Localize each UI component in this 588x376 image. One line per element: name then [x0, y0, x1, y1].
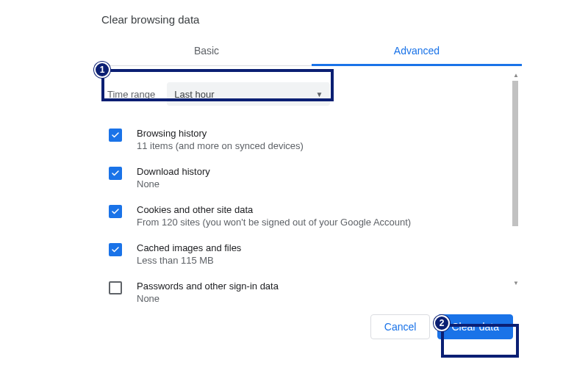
item-desc: 11 items (and more on synced devices)	[137, 140, 304, 151]
time-range-label: Time range	[107, 89, 155, 100]
scrollbar-up-icon[interactable]: ▲	[513, 72, 519, 79]
vertical-scrollbar[interactable]: ▲ ▼	[510, 70, 520, 288]
item-title: Browsing history	[137, 128, 304, 139]
list-item: Cached images and files Less than 115 MB	[106, 238, 510, 276]
checkbox-download-history[interactable]	[109, 167, 122, 180]
checkbox-passwords[interactable]	[109, 281, 122, 294]
cancel-button[interactable]: Cancel	[370, 314, 431, 339]
item-desc: None	[137, 178, 210, 189]
item-desc: Less than 115 MB	[137, 255, 241, 266]
time-range-value: Last hour	[174, 89, 214, 100]
tab-advanced[interactable]: Advanced	[312, 36, 522, 66]
item-desc: None	[137, 293, 279, 303]
tab-basic[interactable]: Basic	[101, 36, 312, 65]
chevron-down-icon: ▼	[315, 90, 323, 98]
time-range-select[interactable]: Last hour ▼	[167, 82, 330, 106]
list-item: Passwords and other sign-in data None	[106, 276, 510, 303]
scrollbar-down-icon[interactable]: ▼	[513, 280, 519, 286]
scrollbar-thumb[interactable]	[512, 81, 518, 226]
dialog-title: Clear browsing data	[101, 13, 522, 26]
checkbox-cached-files[interactable]	[109, 243, 122, 256]
clear-data-button[interactable]: Clear data	[437, 314, 513, 339]
list-item: Download history None	[106, 162, 510, 200]
item-title: Download history	[137, 166, 210, 177]
item-title: Cached images and files	[137, 242, 241, 253]
item-title: Passwords and other sign-in data	[137, 281, 279, 292]
clear-browsing-data-dialog: Clear browsing data Basic Advanced Time …	[101, 13, 522, 339]
list-item: Cookies and other site data From 120 sit…	[106, 200, 510, 238]
scroll-area: Time range Last hour ▼ Browsing history …	[101, 66, 522, 303]
checkbox-cookies[interactable]	[109, 205, 122, 218]
dialog-button-row: Cancel Clear data	[101, 303, 522, 339]
time-range-row: Time range Last hour ▼	[106, 79, 510, 109]
item-desc: From 120 sites (you won't be signed out …	[137, 217, 411, 228]
list-item: Browsing history 11 items (and more on s…	[106, 123, 510, 162]
checkbox-browsing-history[interactable]	[109, 129, 122, 142]
item-title: Cookies and other site data	[137, 204, 411, 215]
scroll-content: Time range Last hour ▼ Browsing history …	[101, 66, 522, 303]
tabs: Basic Advanced	[101, 36, 522, 66]
